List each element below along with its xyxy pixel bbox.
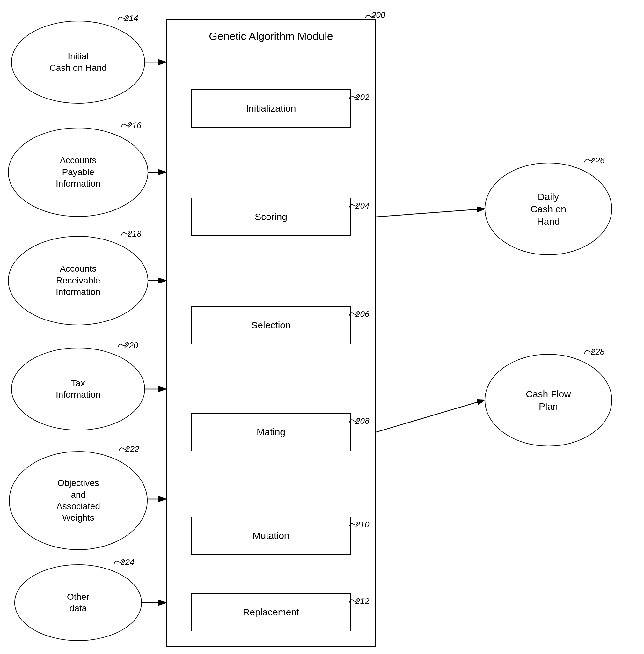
accounts-receivable-ellipse: AccountsReceivableInformation <box>8 236 148 325</box>
scoring-box: Scoring <box>191 198 351 236</box>
squiggle-226 <box>583 157 594 163</box>
scoring-label: Scoring <box>255 211 287 222</box>
tax-info-ellipse: TaxInformation <box>11 347 145 430</box>
objectives-ellipse: ObjectivesandAssociatedWeights <box>9 451 147 550</box>
accounts-payable-label: AccountsPayableInformation <box>56 155 100 189</box>
squiggle-224 <box>113 558 124 565</box>
daily-cash-ellipse: DailyCash onHand <box>485 163 612 255</box>
squiggle-200 <box>364 12 376 20</box>
daily-cash-label: DailyCash onHand <box>530 190 566 228</box>
replacement-box: Replacement <box>191 593 351 631</box>
squiggle-210 <box>347 521 359 528</box>
mutation-label: Mutation <box>253 530 289 541</box>
squiggle-212 <box>347 597 359 604</box>
svg-line-7 <box>376 209 484 217</box>
squiggle-220 <box>116 341 128 348</box>
squiggle-216 <box>119 121 131 129</box>
mating-label: Mating <box>257 427 285 437</box>
accounts-payable-ellipse: AccountsPayableInformation <box>8 128 148 217</box>
accounts-receivable-label: AccountsReceivableInformation <box>56 263 100 298</box>
squiggle-222 <box>117 445 129 452</box>
initialization-box: Initialization <box>191 89 351 128</box>
mating-box: Mating <box>191 413 351 451</box>
squiggle-228 <box>583 348 594 355</box>
tax-info-label: TaxInformation <box>56 378 100 401</box>
squiggle-204 <box>347 202 359 209</box>
initial-cash-ellipse: InitialCash on Hand <box>11 21 145 104</box>
squiggle-206 <box>347 310 359 317</box>
selection-label: Selection <box>251 320 291 331</box>
objectives-label: ObjectivesandAssociatedWeights <box>56 477 100 524</box>
replacement-label: Replacement <box>243 607 299 618</box>
mutation-box: Mutation <box>191 517 351 555</box>
other-data-ellipse: Otherdata <box>14 564 142 641</box>
squiggle-202 <box>347 93 359 100</box>
squiggle-208 <box>347 417 359 424</box>
initial-cash-label: InitialCash on Hand <box>49 51 107 74</box>
squiggle-214 <box>116 14 128 21</box>
ga-title: Genetic Algorithm Module <box>185 29 357 44</box>
diagram: Genetic Algorithm Module 200 Initializat… <box>0 0 644 654</box>
svg-line-8 <box>376 400 484 432</box>
selection-box: Selection <box>191 306 351 344</box>
initialization-label: Initialization <box>246 103 296 114</box>
squiggle-218 <box>119 230 131 237</box>
cash-flow-plan-label: Cash FlowPlan <box>526 388 571 413</box>
cash-flow-plan-ellipse: Cash FlowPlan <box>485 354 612 446</box>
other-data-label: Otherdata <box>67 591 89 614</box>
